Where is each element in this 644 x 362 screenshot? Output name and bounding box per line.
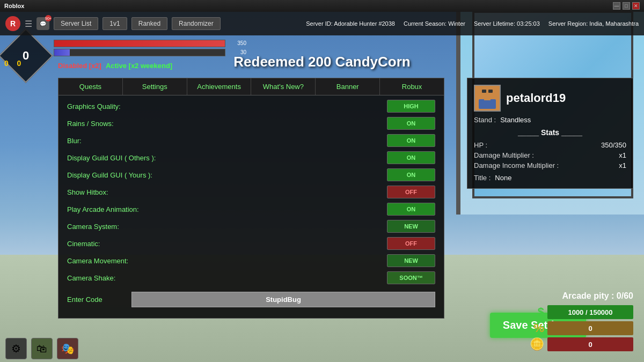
damage-value: x1 xyxy=(619,151,626,159)
percent-icon: % xyxy=(533,321,544,335)
setting-cinematic: Cinematic: OFF xyxy=(58,235,444,252)
camera-movement-btn[interactable]: NEW xyxy=(387,254,435,267)
ranked-button[interactable]: Ranked xyxy=(131,17,167,30)
hp-value: 350/350 xyxy=(601,141,626,149)
graphics-quality-btn[interactable]: HIGH xyxy=(387,100,435,113)
bottom-hud: ⚙ 🛍 🎭 xyxy=(0,335,644,362)
hitbox-btn[interactable]: OFF xyxy=(387,186,435,198)
enter-code-label: Enter Code xyxy=(67,295,131,304)
health-bar: 350 xyxy=(54,40,225,47)
setting-camera-system: Camera System: NEW xyxy=(58,218,444,235)
guild-yours-label: Display Guild GUI ( Yours ): xyxy=(67,171,387,179)
score-row-1: 0 0 xyxy=(4,59,21,68)
camera-system-label: Camera System: xyxy=(67,223,387,231)
code-input[interactable]: StupidBug xyxy=(131,292,435,307)
tab-quests[interactable]: Quests xyxy=(58,78,123,95)
camera-shake-btn[interactable]: SOON™ xyxy=(387,271,435,284)
setting-rains-snows: Rains / Snows: ON xyxy=(58,115,444,132)
notification-text: Redeemed 200 CandyCorn xyxy=(233,54,410,70)
stand-value: Standless xyxy=(500,116,531,124)
setting-blur: Blur: ON xyxy=(58,132,444,149)
setting-display-guild-others: Display Guild GUI ( Others ): ON xyxy=(58,149,444,166)
current-season: Current Season: Winter xyxy=(404,20,465,27)
hp-row: HP : 350/350 xyxy=(474,141,626,149)
svg-rect-1 xyxy=(482,90,486,93)
tab-banner[interactable]: Banner xyxy=(316,78,380,95)
hud-scores: 0 0 xyxy=(4,59,21,68)
rains-snows-label: Rains / Snows: xyxy=(67,120,387,128)
server-region: Server Region: India, Maharashtra xyxy=(548,20,639,27)
stand-label: Stand : xyxy=(474,116,496,124)
tabs-row: Quests Settings Achievements What's New?… xyxy=(58,78,444,95)
cash-row: $ 1000 / 150000 xyxy=(538,305,633,319)
rains-snows-btn[interactable]: ON xyxy=(387,117,435,130)
disabled-status: Disabled [x2] xyxy=(58,62,101,70)
guild-others-btn[interactable]: ON xyxy=(387,151,435,164)
close-button[interactable]: ✕ xyxy=(632,2,640,10)
svg-rect-2 xyxy=(488,90,493,93)
settings-panel: Quests Settings Achievements What's New?… xyxy=(58,78,444,319)
menu-icon[interactable]: ☰ xyxy=(25,19,32,29)
camera-movement-label: Camera Movement: xyxy=(67,257,387,265)
title-value: None xyxy=(495,174,511,182)
compass-value: 0 xyxy=(23,49,29,63)
settings-hud-button[interactable]: ⚙ xyxy=(5,338,27,359)
shop-button[interactable]: 🛍 xyxy=(31,338,53,359)
active-status: Active [x2 weekend] xyxy=(106,62,172,70)
tab-robux[interactable]: Robux xyxy=(380,78,444,95)
blur-btn[interactable]: ON xyxy=(387,134,435,147)
minimize-button[interactable]: — xyxy=(613,2,620,10)
compass-container: 0 xyxy=(6,36,45,75)
titlebar: Roblox — □ ✕ xyxy=(0,0,644,12)
roblox-logo-icon: R xyxy=(5,16,20,31)
setting-play-arcade: Play Arcade Animation: ON xyxy=(58,201,444,218)
1v1-button[interactable]: 1v1 xyxy=(103,17,127,30)
stamina-bar: 30 xyxy=(54,49,225,56)
player-header: petalord19 xyxy=(474,85,626,112)
stats-title: _____ Stats _____ xyxy=(474,128,626,137)
app-title: Roblox xyxy=(4,3,24,9)
player-stand-row: Stand : Standless xyxy=(474,116,626,124)
settings-content: Graphics Quality: HIGH Rains / Snows: ON… xyxy=(58,95,444,313)
guild-others-label: Display Guild GUI ( Others ): xyxy=(67,154,387,162)
percent-bar: 0 xyxy=(547,321,633,335)
setting-camera-shake: Camera Shake: SOON™ xyxy=(58,269,444,286)
tab-whats-new[interactable]: What's New? xyxy=(251,78,316,95)
chat-icon[interactable]: 💬 90+ xyxy=(36,17,49,30)
svg-rect-3 xyxy=(479,99,496,109)
server-id: Server ID: Adorable Hunter #2038 xyxy=(306,20,395,27)
cinematic-label: Cinematic: xyxy=(67,240,387,248)
guild-yours-btn[interactable]: ON xyxy=(387,168,435,181)
cosmetics-button[interactable]: 🎭 xyxy=(57,338,78,359)
chat-badge: 90+ xyxy=(45,15,52,21)
title-label: Title : xyxy=(474,174,491,182)
dollar-icon: $ xyxy=(538,305,544,319)
player-name: petalord19 xyxy=(506,91,566,105)
camera-system-btn[interactable]: NEW xyxy=(387,220,435,233)
arcade-anim-btn[interactable]: ON xyxy=(387,203,435,216)
hp-label: HP : xyxy=(474,141,487,149)
cinematic-btn[interactable]: OFF xyxy=(387,237,435,250)
window-controls: — □ ✕ xyxy=(613,2,640,10)
navbar: R ☰ 💬 90+ Server List 1v1 Ranked Randomi… xyxy=(0,12,644,35)
server-info: Server ID: Adorable Hunter #2038 Current… xyxy=(306,20,639,27)
blur-label: Blur: xyxy=(67,137,387,145)
enter-code-row: Enter Code StupidBug xyxy=(58,289,444,311)
randomizer-button[interactable]: Randomizer xyxy=(172,17,221,30)
notification-banner: Redeemed 200 CandyCorn xyxy=(233,54,410,70)
tab-settings[interactable]: Settings xyxy=(123,78,187,95)
status-bars: 350 30 xyxy=(54,40,225,58)
status-indicators: Disabled [x2] Active [x2 weekend] xyxy=(58,62,172,70)
setting-display-guild-yours: Display Guild GUI ( Yours ): ON xyxy=(58,166,444,183)
percent-row: % 0 xyxy=(533,321,633,335)
tab-achievements[interactable]: Achievements xyxy=(187,78,252,95)
server-list-button[interactable]: Server List xyxy=(54,17,98,30)
hitbox-label: Show Hitbox: xyxy=(67,188,387,196)
setting-graphics-quality: Graphics Quality: HIGH xyxy=(58,98,444,115)
arcade-anim-label: Play Arcade Animation: xyxy=(67,205,387,213)
title-row: Title : None xyxy=(474,174,626,182)
income-row: Damage Income Multiplier : x1 xyxy=(474,161,626,169)
income-label: Damage Income Multiplier : xyxy=(474,161,559,169)
maximize-button[interactable]: □ xyxy=(623,2,630,10)
setting-show-hitbox: Show Hitbox: OFF xyxy=(58,183,444,201)
